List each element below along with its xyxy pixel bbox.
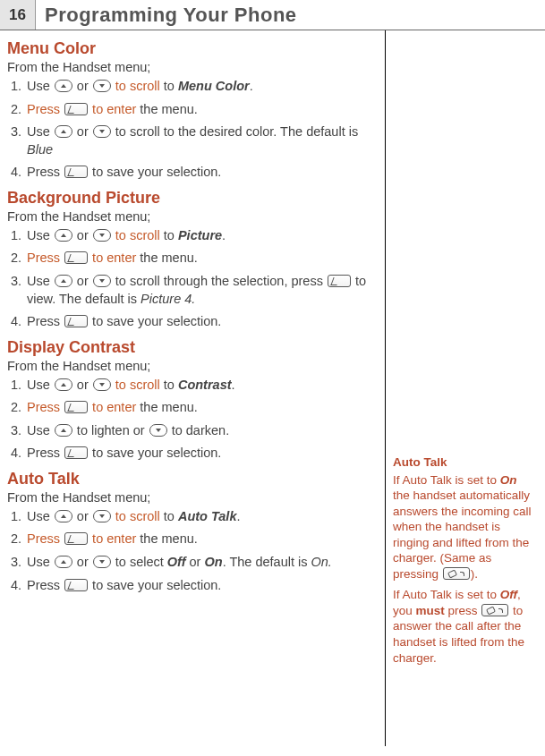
text: or xyxy=(73,274,92,288)
section-title-background-picture: Background Picture xyxy=(7,189,379,208)
option-off: Off xyxy=(167,555,186,569)
nav-up-icon xyxy=(55,424,72,437)
highlight: to enter xyxy=(89,531,136,546)
text: or xyxy=(73,555,92,569)
page-header: 16 Programming Your Phone xyxy=(0,0,545,30)
text: . The default is xyxy=(223,555,311,569)
step: Press to save your selection. xyxy=(11,577,379,595)
text: or xyxy=(73,228,92,242)
text: to xyxy=(160,509,178,523)
nav-down-icon xyxy=(93,556,111,568)
nav-down-icon xyxy=(93,275,111,287)
option-off: Off xyxy=(500,588,517,601)
default-value: On. xyxy=(311,555,332,569)
steps-background-picture: Use or to scroll to Picture. Press to en… xyxy=(7,227,379,331)
text: Press xyxy=(27,165,64,179)
text: the menu. xyxy=(136,102,198,116)
text: or xyxy=(73,378,92,392)
step: Press to save your selection. xyxy=(11,313,379,331)
text: Press xyxy=(27,314,64,328)
nav-up-icon xyxy=(55,80,72,92)
sidebar-title: Auto Talk xyxy=(393,454,533,471)
default-value: Picture 4. xyxy=(141,292,195,306)
section-title-auto-talk: Auto Talk xyxy=(7,470,379,488)
text: to save your selection. xyxy=(89,314,221,328)
text: . xyxy=(250,79,253,93)
text: Use xyxy=(27,555,54,569)
text: . xyxy=(236,509,240,523)
text: to scroll through the selection, press xyxy=(112,274,327,288)
talk-key-icon xyxy=(481,604,508,616)
emphasis: must xyxy=(416,604,445,617)
text: Use xyxy=(27,79,54,93)
sidebar-note-auto-talk: Auto Talk If Auto Talk is set to On the … xyxy=(393,454,533,671)
highlight: to scroll xyxy=(112,509,160,523)
nav-down-icon xyxy=(93,80,111,92)
select-key-icon xyxy=(64,579,88,591)
option-on: On xyxy=(204,555,222,569)
intro-auto-talk: From the Handset menu; xyxy=(7,490,379,505)
select-key-icon xyxy=(64,315,88,327)
nav-up-icon xyxy=(55,275,72,287)
highlight: Press xyxy=(27,251,64,265)
highlight: to scroll xyxy=(112,79,160,93)
text: press xyxy=(445,604,481,617)
intro-menu-color: From the Handset menu; xyxy=(7,60,379,74)
steps-menu-color: Use or to scroll to Menu Color. Press to… xyxy=(7,78,379,182)
step: Use or to scroll through the selection, … xyxy=(11,273,379,308)
sidebar-column: Auto Talk If Auto Talk is set to On the … xyxy=(385,30,539,746)
nav-down-icon xyxy=(93,125,111,138)
text: Press xyxy=(27,578,64,592)
nav-down-icon xyxy=(149,424,167,437)
select-key-icon xyxy=(64,251,88,264)
text: Use xyxy=(27,423,54,437)
step: Press to save your selection. xyxy=(11,164,379,182)
text: to lighten or xyxy=(73,423,149,437)
step: Use or to scroll to Picture. xyxy=(11,227,379,245)
menu-item: Menu Color xyxy=(178,79,250,93)
text: or xyxy=(186,555,205,569)
text: the menu. xyxy=(136,251,198,265)
step: Use or to scroll to the desired color. T… xyxy=(11,123,379,158)
menu-item: Picture xyxy=(178,228,222,242)
text: to darken. xyxy=(168,423,230,437)
select-key-icon xyxy=(64,446,88,459)
step: Press to enter the menu. xyxy=(11,101,379,119)
text: to xyxy=(160,228,178,242)
menu-item: Auto Talk xyxy=(178,509,237,523)
text: to save your selection. xyxy=(89,165,221,179)
page-number: 16 xyxy=(0,0,36,30)
nav-up-icon xyxy=(55,510,72,522)
text: or xyxy=(73,79,92,93)
select-key-icon xyxy=(64,103,88,115)
section-title-menu-color: Menu Color xyxy=(7,39,379,58)
text: Use xyxy=(27,274,54,288)
step: Use or to scroll to Menu Color. xyxy=(11,78,379,96)
menu-item: Contrast xyxy=(178,378,232,392)
steps-display-contrast: Use or to scroll to Contrast. Press to e… xyxy=(7,377,379,463)
text: to xyxy=(160,378,178,392)
text: If Auto Talk is set to xyxy=(393,588,500,601)
step: Use or to scroll to Contrast. xyxy=(11,377,379,395)
highlight: to enter xyxy=(89,251,136,265)
sidebar-paragraph: If Auto Talk is set to Off, you must pre… xyxy=(393,587,533,666)
text: . xyxy=(222,228,226,242)
select-key-icon xyxy=(64,401,88,413)
step: Press to save your selection. xyxy=(11,445,379,463)
text: . xyxy=(232,378,235,392)
text: Press xyxy=(27,446,64,460)
highlight: to scroll xyxy=(112,228,160,242)
nav-down-icon xyxy=(93,378,111,391)
text: to xyxy=(160,79,178,93)
text: the menu. xyxy=(136,531,198,546)
steps-auto-talk: Use or to scroll to Auto Talk. Press to … xyxy=(7,508,379,594)
select-key-icon xyxy=(328,275,351,287)
default-value: Blue xyxy=(27,142,53,157)
nav-down-icon xyxy=(93,510,111,522)
section-title-display-contrast: Display Contrast xyxy=(7,338,379,357)
intro-display-contrast: From the Handset menu; xyxy=(7,359,379,373)
step: Use or to scroll to Auto Talk. xyxy=(11,508,379,526)
text: to save your selection. xyxy=(89,578,221,592)
text: to select xyxy=(112,555,167,569)
highlight: Press xyxy=(27,400,64,414)
